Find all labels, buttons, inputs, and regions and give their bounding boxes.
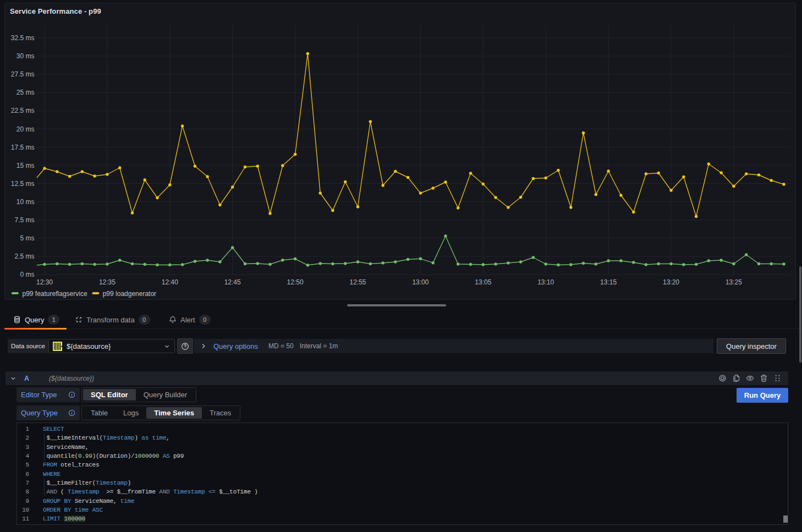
- svg-text:25 ms: 25 ms: [17, 89, 35, 96]
- svg-text:22.5 ms: 22.5 ms: [11, 107, 35, 114]
- svg-text:13:05: 13:05: [475, 278, 491, 286]
- svg-text:7.5 ms: 7.5 ms: [14, 216, 34, 224]
- svg-text:12:30: 12:30: [36, 278, 53, 286]
- svg-text:p99 loadgenerator: p99 loadgenerator: [103, 290, 156, 298]
- svg-text:12.5 ms: 12.5 ms: [11, 180, 35, 188]
- svg-text:20 ms: 20 ms: [17, 125, 35, 133]
- svg-text:12:45: 12:45: [224, 278, 241, 286]
- svg-text:13:15: 13:15: [600, 278, 617, 286]
- svg-text:13:10: 13:10: [537, 278, 554, 286]
- svg-text:27.5 ms: 27.5 ms: [11, 70, 35, 78]
- svg-text:12:50: 12:50: [287, 278, 304, 286]
- svg-text:0 ms: 0 ms: [20, 271, 34, 278]
- svg-text:2.5 ms: 2.5 ms: [14, 253, 34, 260]
- svg-text:13:20: 13:20: [663, 278, 679, 286]
- svg-text:p99 featureflagservice: p99 featureflagservice: [23, 290, 87, 298]
- svg-text:32.5 ms: 32.5 ms: [11, 34, 35, 42]
- svg-text:12:35: 12:35: [99, 278, 116, 286]
- svg-text:5 ms: 5 ms: [20, 234, 34, 242]
- svg-text:13:25: 13:25: [726, 278, 742, 286]
- svg-text:10 ms: 10 ms: [17, 198, 35, 206]
- svg-text:15 ms: 15 ms: [17, 162, 35, 169]
- svg-text:13:00: 13:00: [412, 278, 429, 286]
- svg-text:17.5 ms: 17.5 ms: [11, 144, 35, 151]
- svg-text:12:55: 12:55: [349, 278, 366, 286]
- svg-text:30 ms: 30 ms: [17, 52, 35, 60]
- svg-text:12:40: 12:40: [162, 278, 178, 286]
